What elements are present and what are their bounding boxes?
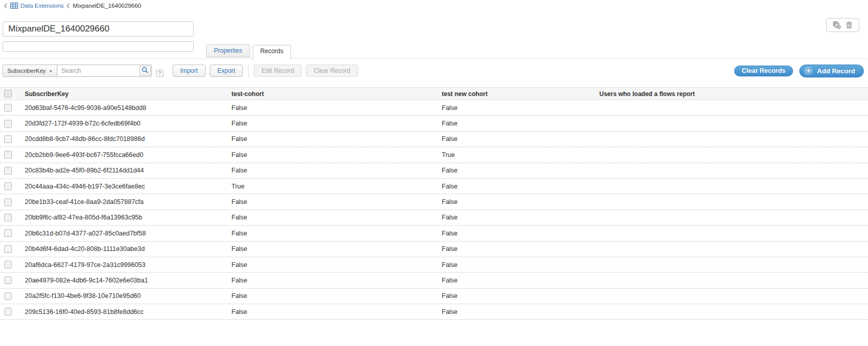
select-all-checkbox[interactable] [4,90,12,98]
clear-record-button[interactable]: Clear Record [306,65,358,77]
cell-test-cohort: False [227,214,438,221]
tab-properties[interactable]: Properties [206,44,250,57]
table-row[interactable]: 209c5136-16f0-40ed-8593-81b8fe8dd6cc Fal… [0,304,868,320]
add-record-label: Add Record [817,67,855,75]
cell-test-new-cohort: True [438,151,595,159]
cell-subscriberkey: 209c5136-16f0-40ed-8593-81b8fe8dd6cc [21,308,227,316]
breadcrumb-data-extensions-link[interactable]: Data Extensions [21,3,64,9]
column-header-test-cohort[interactable]: test-cohort [227,90,438,98]
row-checkbox[interactable] [4,292,12,300]
table-row[interactable]: 20d63baf-5476-4c95-9036-a90e5148bdd8 Fal… [0,100,868,116]
table-header-row: SubscriberKey test-cohort test new cohor… [0,87,868,100]
cell-subscriberkey: 20be1b33-ceaf-41ce-8aa9-2da057887cfa [21,198,227,206]
table-row[interactable]: 20b6c31d-b07d-4377-a027-85c0aed7bf58 Fal… [0,226,868,241]
import-button[interactable]: Import [173,65,206,77]
cell-test-cohort: False [227,277,438,284]
export-button[interactable]: Export [210,65,243,77]
tab-records[interactable]: Records [253,45,291,60]
row-checkbox[interactable] [4,229,12,237]
cell-test-new-cohort: False [438,214,595,221]
cell-subscriberkey: 20cdd8b8-9cb7-48db-86cc-8fdc7018986d [21,135,227,143]
search-icon [142,66,148,75]
cell-test-cohort: False [227,120,438,127]
cell-subscriberkey: 20cb2bb9-9ee6-493f-bc67-755fcca66ed0 [21,151,227,159]
help-icon[interactable]: ? [156,70,163,77]
extension-description-input[interactable] [3,41,194,52]
column-header-test-new-cohort[interactable]: test new cohort [438,90,595,98]
table-body: 20d63baf-5476-4c95-9036-a90e5148bdd8 Fal… [0,100,868,320]
row-checkbox[interactable] [4,135,12,143]
cell-test-cohort: False [227,151,438,159]
cell-subscriberkey: 20b6c31d-b07d-4377-a027-85c0aed7bf58 [21,230,227,237]
plus-icon: + [804,67,813,75]
records-panel: SubscriberKey ▼ ? Import Export Edit Rec… [0,58,868,320]
cell-subscriberkey: 20af6dca-6627-4179-97ce-2a31c9996053 [21,261,227,269]
cell-test-cohort: False [227,245,438,253]
search-input[interactable] [57,65,152,77]
entity-actions-group [826,18,859,32]
row-checkbox[interactable] [4,261,12,269]
edit-record-button[interactable]: Edit Record [254,65,302,77]
cell-test-cohort: False [227,104,438,112]
table-row[interactable]: 20ae4979-082e-4db6-9c14-7602e6e03ba1 Fal… [0,273,868,288]
table-row[interactable]: 20d3fd27-172f-4939-b72c-6cfedb69f4b0 Fal… [0,116,868,131]
table-row[interactable]: 20be1b33-ceaf-41ce-8aa9-2da057887cfa Fal… [0,194,868,210]
row-checkbox[interactable] [4,214,12,222]
search-field-dropdown[interactable]: SubscriberKey ▼ [3,65,57,77]
column-header-flows-report[interactable]: Users who loaded a flows report [595,90,868,98]
row-checkbox[interactable] [4,182,12,190]
cell-test-new-cohort: False [438,167,595,174]
cell-test-new-cohort: False [438,277,595,284]
row-checkbox[interactable] [4,245,12,253]
cell-test-new-cohort: False [438,183,595,190]
duplicate-icon[interactable] [833,21,841,29]
row-checkbox[interactable] [4,167,12,175]
table-row[interactable]: 20c44aaa-434c-4946-b197-3e3ce6fae8ec Tru… [0,179,868,194]
table-row[interactable]: 20bb9f6c-af82-47ea-805d-f6a13963c95b Fal… [0,210,868,226]
data-extension-grid-icon [10,3,18,9]
table-row[interactable]: 20cdd8b8-9cb7-48db-86cc-8fdc7018986d Fal… [0,132,868,147]
row-checkbox[interactable] [4,104,12,112]
cell-test-new-cohort: False [438,261,595,269]
extension-name-input[interactable] [3,21,194,37]
breadcrumb-current-item: MixpanelDE_1640029660 [73,3,141,9]
cell-test-cohort: False [227,167,438,174]
row-checkbox[interactable] [4,151,12,159]
row-checkbox[interactable] [4,198,12,206]
cell-subscriberkey: 20d63baf-5476-4c95-9036-a90e5148bdd8 [21,104,227,112]
cell-test-cohort: False [227,198,438,206]
cell-test-cohort: False [227,261,438,269]
table-row[interactable]: 20af6dca-6627-4179-97ce-2a31c9996053 Fal… [0,257,868,273]
table-row[interactable]: 20c83b4b-ad2e-45f0-89b2-6f2114dd1d44 Fal… [0,163,868,179]
toolbar-divider [248,65,249,76]
table-row[interactable]: 20cb2bb9-9ee6-493f-bc67-755fcca66ed0 Fal… [0,147,868,163]
cell-test-cohort: True [227,183,438,190]
table-row[interactable]: 20a2f5fc-f130-4be6-9f38-10e710e95d60 Fal… [0,289,868,304]
cell-subscriberkey: 20d3fd27-172f-4939-b72c-6cfedb69f4b0 [21,120,227,127]
trash-icon[interactable] [846,21,853,29]
table-row[interactable]: 20b4d6f4-6dad-4c20-808b-1111e30abe3d Fal… [0,242,868,257]
cell-test-new-cohort: False [438,120,595,127]
breadcrumb-separator-icon: ❮ [66,4,70,8]
cell-test-new-cohort: False [438,230,595,237]
cell-test-cohort: False [227,135,438,143]
row-checkbox[interactable] [4,120,12,128]
cell-subscriberkey: 20c83b4b-ad2e-45f0-89b2-6f2114dd1d44 [21,167,227,174]
row-checkbox[interactable] [4,276,12,284]
cell-subscriberkey: 20a2f5fc-f130-4be6-9f38-10e710e95d60 [21,292,227,300]
cell-test-cohort: False [227,292,438,300]
search-button[interactable] [140,66,151,76]
back-chevron-icon[interactable]: ❮ [4,4,8,8]
add-record-button[interactable]: + Add Record [799,65,864,77]
clear-records-button[interactable]: Clear Records [734,66,794,76]
row-checkbox[interactable] [4,308,12,316]
cell-test-new-cohort: False [438,135,595,143]
cell-test-new-cohort: False [438,198,595,206]
column-header-subscriberkey[interactable]: SubscriberKey [21,90,227,98]
cell-subscriberkey: 20b4d6f4-6dad-4c20-808b-1111e30abe3d [21,245,227,253]
records-toolbar: SubscriberKey ▼ ? Import Export Edit Rec… [0,59,868,83]
cell-test-cohort: False [227,230,438,237]
breadcrumb: ❮ Data Extensions ❮ MixpanelDE_164002966… [4,2,141,10]
cell-test-new-cohort: False [438,292,595,300]
cell-subscriberkey: 20bb9f6c-af82-47ea-805d-f6a13963c95b [21,214,227,221]
